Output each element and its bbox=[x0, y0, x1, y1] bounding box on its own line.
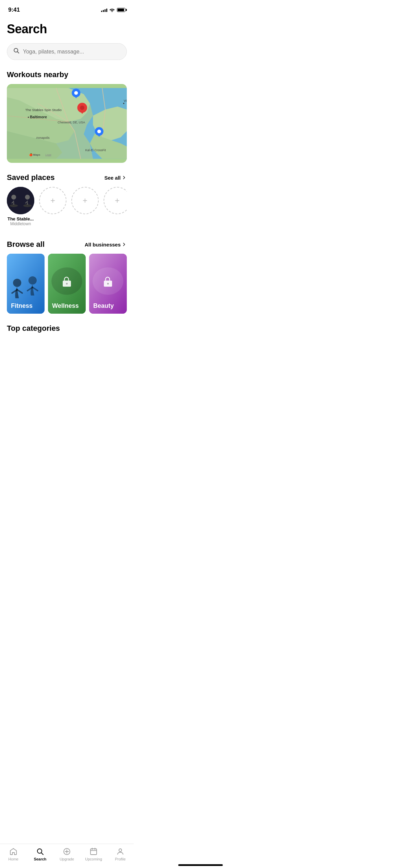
saved-place-location: Middletown bbox=[10, 221, 31, 226]
fitness-category-card[interactable]: Fitness bbox=[7, 254, 45, 314]
status-time: 9:41 bbox=[8, 7, 20, 13]
saved-place-add[interactable]: + bbox=[104, 187, 127, 214]
beauty-category-card[interactable]: Beauty bbox=[89, 254, 127, 314]
chevron-right-icon bbox=[121, 242, 127, 247]
search-bar-container[interactable] bbox=[7, 43, 127, 60]
svg-text:Vineland: Vineland bbox=[124, 99, 127, 103]
svg-text:Annapolis: Annapolis bbox=[36, 136, 50, 140]
svg-point-34 bbox=[25, 195, 30, 200]
svg-point-33 bbox=[11, 195, 16, 200]
beauty-label: Beauty bbox=[93, 302, 114, 310]
browse-categories-grid: Fitness bbox=[7, 254, 127, 314]
svg-line-1 bbox=[17, 52, 19, 53]
saved-place-image bbox=[7, 187, 34, 214]
add-icon: + bbox=[50, 196, 55, 205]
add-icon: + bbox=[115, 196, 120, 205]
saved-place-item[interactable]: + bbox=[104, 187, 127, 226]
browse-all-title: Browse all bbox=[7, 240, 45, 249]
lock-icon bbox=[62, 276, 72, 289]
chevron-right-icon bbox=[121, 175, 127, 180]
main-content: Search Workouts nearby bbox=[0, 15, 134, 369]
all-businesses-link[interactable]: All businesses bbox=[85, 242, 127, 248]
saved-places-header: Saved places See all bbox=[7, 173, 127, 182]
svg-text:Cheswold, DE, USA: Cheswold, DE, USA bbox=[58, 121, 85, 124]
search-icon bbox=[13, 48, 20, 56]
svg-text:Legal: Legal bbox=[45, 154, 51, 156]
svg-point-41 bbox=[28, 276, 37, 285]
status-bar: 9:41 bbox=[0, 0, 134, 15]
svg-rect-30 bbox=[7, 187, 34, 214]
svg-point-25 bbox=[123, 103, 124, 104]
saved-places-see-all[interactable]: See all bbox=[104, 175, 127, 181]
svg-point-38 bbox=[13, 279, 21, 287]
workouts-nearby-title: Workouts nearby bbox=[7, 70, 68, 79]
lock-icon bbox=[103, 276, 113, 289]
top-categories-title: Top categories bbox=[7, 324, 127, 333]
saved-place-item[interactable]: The Stable... Middletown bbox=[7, 187, 34, 226]
svg-point-17 bbox=[97, 130, 101, 133]
map-container[interactable]: The Stables Spin Studio Baltimore Cheswo… bbox=[7, 84, 127, 163]
page-title: Search bbox=[7, 22, 127, 36]
saved-place-item[interactable]: + bbox=[71, 187, 99, 226]
svg-point-20 bbox=[28, 117, 29, 118]
saved-place-name: The Stable... bbox=[8, 216, 34, 221]
svg-point-51 bbox=[107, 283, 109, 285]
fitness-label: Fitness bbox=[11, 302, 33, 310]
svg-text:The Stables Spin Studio: The Stables Spin Studio bbox=[25, 108, 62, 112]
add-icon: + bbox=[83, 196, 87, 205]
wellness-category-card[interactable]: Wellness bbox=[48, 254, 86, 314]
saved-place-add[interactable]: + bbox=[39, 187, 66, 214]
saved-places-row: The Stable... Middletown + + + + bbox=[7, 187, 127, 230]
saved-places-title: Saved places bbox=[7, 173, 54, 182]
svg-text:Kal-El CrossFit: Kal-El CrossFit bbox=[85, 148, 106, 152]
svg-point-47 bbox=[66, 283, 68, 285]
svg-point-11 bbox=[74, 91, 78, 95]
svg-point-31 bbox=[10, 204, 18, 207]
svg-point-32 bbox=[23, 204, 32, 207]
status-icons bbox=[101, 8, 125, 12]
wifi-icon bbox=[109, 8, 115, 12]
search-input[interactable] bbox=[23, 49, 120, 55]
wellness-label: Wellness bbox=[52, 302, 79, 310]
svg-text:🍎 Maps: 🍎 Maps bbox=[29, 153, 40, 156]
workouts-nearby-header: Workouts nearby bbox=[7, 70, 127, 79]
saved-place-item[interactable]: + bbox=[39, 187, 66, 226]
saved-place-add[interactable]: + bbox=[71, 187, 99, 214]
signal-bars-icon bbox=[101, 8, 107, 12]
browse-all-header: Browse all All businesses bbox=[7, 240, 127, 249]
svg-point-14 bbox=[80, 106, 85, 110]
battery-icon bbox=[117, 8, 125, 12]
svg-text:Baltimore: Baltimore bbox=[30, 115, 47, 119]
